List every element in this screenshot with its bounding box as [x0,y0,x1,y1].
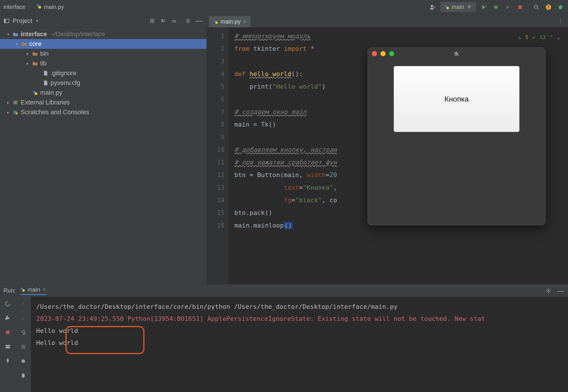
separator [181,18,181,24]
prev-highlight-icon[interactable]: ⌃ [550,31,553,44]
close-icon[interactable]: ✕ [243,20,246,24]
tree-row-lib[interactable]: ▸ lib [0,59,206,68]
tree-row-core[interactable]: ▾ core [0,39,206,49]
svg-rect-27 [6,345,10,346]
soft-wrap-icon[interactable] [19,328,27,336]
python-file-icon [20,287,25,292]
tree-row-pyvenv[interactable]: pyvenv.cfg [0,78,206,88]
tree-label: lib [40,60,47,67]
scratches-icon [13,109,18,115]
tree-row-scratches[interactable]: ▸ Scratches and Consoles [0,107,206,117]
inspections-widget[interactable]: ⚠ 5 ✔ 13 ⌃ ⌄ [518,31,560,44]
tree-label: interface [21,30,47,38]
chevron-down-icon[interactable]: ▼ [35,19,39,23]
svg-point-7 [534,5,538,8]
tree-row-mainpy[interactable]: main.py [0,88,206,98]
run-coverage-icon[interactable] [504,3,512,11]
next-highlight-icon[interactable]: ⌄ [557,31,560,44]
debug-icon[interactable] [492,3,500,11]
editor-tabs: main.py ✕ ⋮ [207,14,568,28]
rerun-icon[interactable] [4,300,12,308]
run-toolbar-primary [0,297,16,392]
tree-label: External Libraries [21,99,70,106]
python-file-icon [213,19,218,24]
chevron-right-icon: ▸ [6,110,10,115]
svg-rect-28 [6,347,10,348]
tree-label: core [29,40,42,48]
svg-rect-18 [16,100,17,104]
run-config-selector[interactable]: main ▼ [441,2,476,12]
close-icon[interactable]: ✕ [42,287,46,292]
gear-icon[interactable] [544,287,552,295]
sidebar-title: Project [13,17,32,25]
svg-point-12 [152,20,153,22]
file-icon [43,80,48,86]
breadcrumb-file[interactable]: main.py [44,4,64,10]
run-tab-main[interactable]: main ✕ [20,286,46,295]
gear-icon[interactable] [184,17,192,25]
folder-icon [32,61,38,66]
chevron-right-icon: ▸ [25,51,30,56]
tab-label: main.py [221,18,241,25]
search-icon[interactable] [532,3,540,11]
expand-all-icon[interactable] [159,17,167,25]
top-actions: main ▼ [428,2,565,12]
console-output-line: Hello world [36,325,563,337]
run-tab-label: main [28,286,40,293]
svg-rect-4 [447,7,449,9]
svg-rect-3 [445,5,447,7]
user-icon[interactable] [428,3,436,11]
editor-pane: main.py ✕ ⋮ 123 456 789 101112 131415 16… [207,14,568,284]
folder-icon [32,51,38,56]
project-view-icon [3,18,10,24]
run-config-label: main [452,4,464,10]
tk-button[interactable]: Кнопка [394,66,519,132]
tree-label: pyvenv.cfg [51,79,80,87]
print-icon[interactable] [19,357,27,365]
breadcrumb-separator: 〉 [28,3,34,11]
collapse-all-icon[interactable] [170,17,178,25]
breadcrumb-root[interactable]: interface [3,4,26,10]
run-panel: ↑ ↓ /Users/the_doctor/Desktop/interface/… [0,297,568,392]
tree-path: ~/Desktop/interface [51,30,105,38]
ide-services-icon[interactable] [557,3,565,11]
down-icon[interactable]: ↓ [19,314,27,322]
editor-tab-mainpy[interactable]: main.py ✕ [209,16,250,27]
layout-icon[interactable] [4,343,12,351]
tree-row-external-libs[interactable]: ▸ External Libraries [0,98,206,107]
project-tree[interactable]: ▾ interface ~/Desktop/interface ▾ core ▸… [0,28,206,117]
run-toolbar-secondary: ↑ ↓ [16,297,31,392]
pin-icon[interactable] [4,357,12,365]
select-opened-icon[interactable] [148,17,156,25]
tree-row-gitignore[interactable]: .gitignore [0,68,206,78]
scroll-to-end-icon[interactable] [19,343,27,351]
top-toolbar: interface 〉 main.py main ▼ [0,0,568,14]
tk-titlebar[interactable]: tk [368,48,545,60]
rerun-icon[interactable] [480,3,488,11]
wrench-icon[interactable] [4,314,12,322]
svg-point-25 [548,290,549,291]
svg-rect-0 [36,4,39,7]
sidebar-header: Project ▼ — [0,14,206,28]
stop-icon[interactable] [4,328,12,336]
run-console[interactable]: /Users/the_doctor/Desktop/interface/core… [31,297,568,392]
tree-row-project-root[interactable]: ▾ interface ~/Desktop/interface [0,29,206,39]
up-icon[interactable]: ↑ [19,300,27,308]
trash-icon[interactable] [19,371,27,379]
hide-icon[interactable]: — [557,287,565,295]
folder-icon [13,32,18,37]
console-output-line: Hello world [36,337,563,349]
tk-window-title: tk [368,51,545,57]
tree-label: Scratches and Consoles [21,108,89,116]
svg-rect-30 [22,359,24,360]
stop-icon[interactable] [516,3,524,11]
svg-point-2 [431,5,433,7]
hide-icon[interactable]: — [195,17,203,25]
chevron-down-icon: ▾ [14,42,19,46]
updates-icon[interactable] [544,3,552,11]
main-area: Project ▼ — ▾ interface ~/Desktop/interf… [0,14,568,284]
more-icon[interactable]: ⋮ [553,15,568,27]
svg-rect-26 [6,331,9,334]
tk-app-window[interactable]: tk Кнопка [368,47,546,225]
tree-row-bin[interactable]: ▸ bin [0,49,206,59]
